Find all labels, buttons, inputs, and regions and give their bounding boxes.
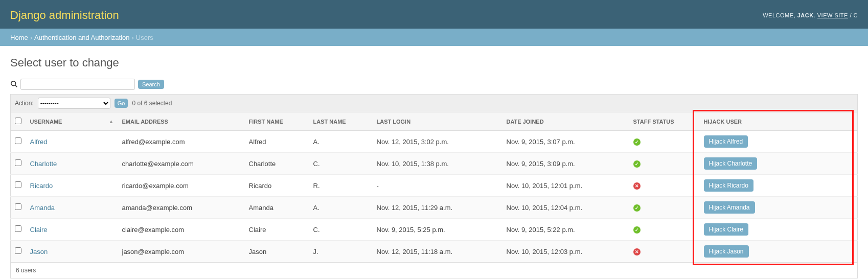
hijack-button[interactable]: Hijack Ricardo	[704, 179, 753, 192]
row-checkbox[interactable]	[15, 247, 21, 254]
breadcrumb-app[interactable]: Authentication and Authorization	[34, 34, 129, 41]
username-link[interactable]: Claire	[30, 226, 48, 234]
col-staff-status[interactable]: STAFF STATUS	[629, 112, 700, 131]
check-circle-icon: ✓	[633, 160, 641, 168]
cell-first-name: Alfred	[245, 131, 309, 153]
action-select[interactable]: ---------	[38, 98, 110, 109]
go-button[interactable]: Go	[115, 99, 128, 108]
hijack-button[interactable]: Hijack Amanda	[704, 201, 755, 214]
username-link[interactable]: Alfred	[30, 138, 48, 146]
table-row: Amandaamanda@example.comAmandaA.Nov. 12,…	[11, 197, 858, 219]
cell-last-name: J.	[309, 241, 373, 263]
breadcrumb-home[interactable]: Home	[10, 34, 28, 41]
header-row: USERNAME ▲ EMAIL ADDRESS FIRST NAME LAST…	[11, 112, 858, 131]
table-body: Alfredalfred@example.comAlfredA.Nov. 12,…	[11, 131, 858, 263]
table-row: Claireclaire@example.comClaireC.Nov. 9, …	[11, 219, 858, 241]
col-username-label: USERNAME	[30, 119, 62, 125]
check-circle-icon: ✓	[633, 138, 641, 146]
breadcrumb-sep: ›	[132, 34, 134, 41]
breadcrumb: Home › Authentication and Authorization …	[0, 29, 868, 46]
select-all-checkbox[interactable]	[15, 118, 21, 124]
hijack-button[interactable]: Hijack Jason	[704, 245, 749, 258]
cell-email: amanda@example.com	[118, 197, 245, 219]
cell-first-name: Ricardo	[245, 175, 309, 197]
cell-last-name: C.	[309, 219, 373, 241]
page-title: Select user to change	[10, 56, 858, 69]
username-link[interactable]: Jason	[30, 248, 48, 255]
check-circle-icon: ✓	[633, 226, 641, 234]
cell-email: jason@example.com	[118, 241, 245, 263]
svg-line-1	[15, 85, 17, 87]
cell-first-name: Claire	[245, 219, 309, 241]
hijack-button[interactable]: Hijack Alfred	[704, 135, 748, 148]
cell-email: charlotte@example.com	[118, 153, 245, 175]
row-checkbox[interactable]	[15, 137, 21, 144]
cell-date-joined: Nov. 10, 2015, 12:04 p.m.	[502, 197, 629, 219]
username-link[interactable]: Ricardo	[30, 182, 53, 190]
row-checkbox[interactable]	[15, 203, 21, 210]
cell-hijack: Hijack Charlotte	[700, 153, 858, 175]
col-hijack-user: HIJACK USER	[700, 112, 858, 131]
cell-last-name: A.	[309, 197, 373, 219]
current-user: JACK	[797, 12, 814, 18]
col-email[interactable]: EMAIL ADDRESS	[118, 112, 245, 131]
cell-date-joined: Nov. 9, 2015, 5:22 p.m.	[502, 219, 629, 241]
cell-first-name: Charlotte	[245, 153, 309, 175]
view-site-link[interactable]: VIEW SITE	[817, 12, 848, 18]
col-date-joined[interactable]: DATE JOINED	[502, 112, 629, 131]
col-username[interactable]: USERNAME ▲	[26, 112, 118, 131]
breadcrumb-current: Users	[136, 34, 153, 41]
col-last-name[interactable]: LAST NAME	[309, 112, 373, 131]
content: Select user to change Search Action: ---…	[0, 46, 868, 279]
username-link[interactable]: Charlotte	[30, 160, 57, 168]
results-table: USERNAME ▲ EMAIL ADDRESS FIRST NAME LAST…	[10, 112, 858, 263]
cell-last-login: Nov. 10, 2015, 1:38 p.m.	[373, 153, 502, 175]
col-first-name[interactable]: FIRST NAME	[245, 112, 309, 131]
cell-last-name: A.	[309, 131, 373, 153]
cell-staff-status: ✓	[629, 219, 700, 241]
search-bar: Search	[10, 79, 858, 90]
cell-last-name: C.	[309, 153, 373, 175]
x-circle-icon: ✕	[633, 248, 641, 255]
table-row: Jasonjason@example.comJasonJ.Nov. 12, 20…	[11, 241, 858, 263]
search-input[interactable]	[20, 79, 135, 90]
cell-last-login: Nov. 12, 2015, 11:29 a.m.	[373, 197, 502, 219]
cell-date-joined: Nov. 10, 2015, 12:01 p.m.	[502, 175, 629, 197]
cell-staff-status: ✕	[629, 241, 700, 263]
cell-hijack: Hijack Ricardo	[700, 175, 858, 197]
row-checkbox[interactable]	[15, 159, 21, 166]
row-checkbox[interactable]	[15, 225, 21, 232]
cell-hijack: Hijack Jason	[700, 241, 858, 263]
site-title-link[interactable]: Django administration	[10, 9, 119, 22]
cell-staff-status: ✓	[629, 131, 700, 153]
cell-last-login: Nov. 12, 2015, 3:02 p.m.	[373, 131, 502, 153]
search-icon	[10, 80, 17, 89]
cell-hijack: Hijack Amanda	[700, 197, 858, 219]
cell-date-joined: Nov. 10, 2015, 12:03 p.m.	[502, 241, 629, 263]
selection-count: 0 of 6 selected	[132, 100, 172, 107]
cell-staff-status: ✕	[629, 175, 700, 197]
tools-sep: /	[848, 12, 854, 18]
table-wrapper: USERNAME ▲ EMAIL ADDRESS FIRST NAME LAST…	[10, 112, 858, 278]
cell-staff-status: ✓	[629, 197, 700, 219]
row-checkbox[interactable]	[15, 181, 21, 188]
cell-date-joined: Nov. 9, 2015, 3:09 p.m.	[502, 153, 629, 175]
col-checkbox	[11, 112, 26, 131]
cell-hijack: Hijack Alfred	[700, 131, 858, 153]
check-circle-icon: ✓	[633, 204, 641, 212]
cell-last-login: -	[373, 175, 502, 197]
hijack-button[interactable]: Hijack Charlotte	[704, 157, 758, 170]
cell-email: claire@example.com	[118, 219, 245, 241]
username-link[interactable]: Amanda	[30, 204, 55, 212]
hijack-button[interactable]: Hijack Claire	[704, 223, 748, 236]
cell-email: ricardo@example.com	[118, 175, 245, 197]
col-last-login[interactable]: LAST LOGIN	[373, 112, 502, 131]
x-circle-icon: ✕	[633, 182, 641, 190]
table-row: Charlottecharlotte@example.comCharlotteC…	[11, 153, 858, 175]
dot: .	[814, 12, 817, 18]
search-button[interactable]: Search	[138, 80, 164, 89]
table-row: Ricardoricardo@example.comRicardoR.-Nov.…	[11, 175, 858, 197]
cell-last-name: R.	[309, 175, 373, 197]
breadcrumb-sep: ›	[30, 34, 32, 41]
action-label: Action:	[15, 100, 34, 107]
